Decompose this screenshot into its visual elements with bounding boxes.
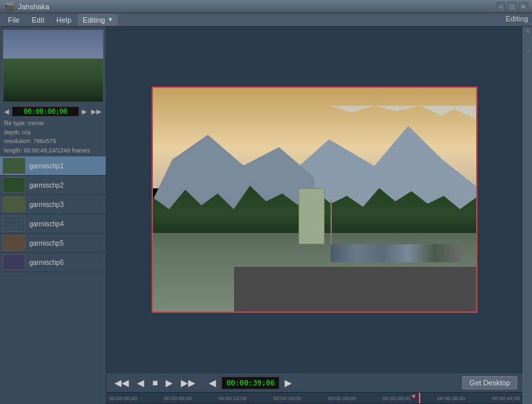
clip-item-3[interactable]: garmischp4 [0, 214, 106, 234]
center-area: ◀◀ ◀ ■ ▶ ▶▶ ◀ 00:00:39;06 ▶ Get Desktop … [106, 27, 523, 404]
video-controls: ◀◀ ◀ ■ ▶ ▶▶ ◀ 00:00:39;06 ▶ Get Desktop [106, 373, 523, 392]
clip-item-4[interactable]: garmischp5 [0, 234, 106, 253]
top-editing-label: Editing [505, 15, 528, 23]
prev-frame-button[interactable]: ◀ [3, 107, 11, 116]
clip-name-5: garmischp6 [29, 259, 64, 266]
video-next-frame-btn[interactable]: ▶ [282, 376, 295, 389]
video-prev-btn[interactable]: ◀◀ [112, 376, 132, 389]
titlebar: 🎬 Jahshaka − □ × [0, 0, 532, 13]
file-resolution: resolution: 786x576 [4, 137, 102, 146]
transport-bar: ◀ 00:00:00;00 ▶ ▶▶ [0, 105, 106, 118]
right-panel: ≡ ○ [523, 27, 532, 404]
clip-thumb-0 [3, 158, 25, 174]
ruler-mark-4: 00:00:20;00 [328, 395, 356, 401]
clip-item-5[interactable]: garmischp6 [0, 253, 106, 272]
clip-list: garmischp1garmischp2garmischp3garmischp4… [0, 156, 106, 404]
menu-editing-label: Editing [82, 16, 105, 24]
titlebar-title: Jahshaka [18, 3, 494, 11]
ruler-mark-1: 00:00:08;00 [164, 395, 192, 401]
minimize-button[interactable]: − [496, 2, 505, 11]
preview-thumbnail [3, 29, 104, 102]
right-panel-icon-2: ○ [524, 47, 531, 54]
menu-editing-arrow: ▼ [108, 17, 113, 23]
clip-thumb-4 [3, 235, 25, 251]
close-button[interactable]: × [519, 2, 528, 11]
ruler-mark-3: 00:00:16;00 [273, 395, 301, 401]
clip-name-2: garmischp3 [29, 201, 64, 208]
video-step-back-btn[interactable]: ◀ [134, 376, 147, 389]
clip-name-4: garmischp5 [29, 240, 64, 247]
menu-file[interactable]: File [3, 15, 25, 25]
maximize-button[interactable]: □ [507, 2, 517, 11]
clip-thumb-3 [3, 216, 25, 232]
clip-item-2[interactable]: garmischp3 [0, 195, 106, 214]
menu-help[interactable]: Help [51, 15, 77, 25]
clip-thumb-1 [3, 177, 25, 193]
scene-cars [331, 244, 460, 262]
left-panel: ◀ 00:00:00;00 ▶ ▶▶ file type: movie dept… [0, 27, 106, 404]
menu-editing-dropdown[interactable]: Editing ▼ [78, 14, 118, 26]
clip-name-0: garmischp1 [29, 162, 64, 170]
video-prev-frame-btn[interactable]: ◀ [206, 376, 219, 389]
next-button[interactable]: ▶▶ [90, 107, 103, 116]
video-play-btn[interactable]: ▶ [163, 376, 176, 389]
ruler-mark-5: 00:00:28;00 [382, 395, 410, 401]
main-layout: ◀ 00:00:00;00 ▶ ▶▶ file type: movie dept… [0, 27, 532, 404]
thumb-landscape [3, 59, 103, 102]
file-length: length: 00:00:49;24/1249 frames [4, 146, 102, 156]
ruler-mark-6: 00:00:36;00 [437, 395, 465, 401]
video-fast-fwd-btn[interactable]: ▶▶ [178, 376, 198, 389]
menu-edit[interactable]: Edit [27, 15, 50, 25]
menubar: File Edit Help Editing ▼ Editing [0, 13, 532, 27]
scene-road-asphalt [234, 267, 477, 311]
video-frame [152, 87, 477, 313]
ruler-mark-7: 00:00:44;00 [492, 395, 520, 401]
ruler-mark-2: 00:00:12;00 [218, 395, 246, 401]
timeline-ruler: 00:00:00;0000:00:08;0000:00:12;0000:00:1… [106, 392, 523, 404]
clip-name-3: garmischp4 [29, 220, 64, 228]
ruler-mark-0: 00:00:00;00 [109, 395, 137, 401]
clip-item-0[interactable]: garmischp1 [0, 156, 106, 176]
video-container [106, 27, 523, 373]
right-panel-icon-1: ≡ [524, 29, 531, 33]
file-info: file type: movie depth: n/a resolution: … [0, 118, 106, 156]
ruler-marks: 00:00:00;0000:00:08;0000:00:12;0000:00:1… [109, 395, 520, 401]
app-icon: 🎬 [4, 2, 14, 11]
clip-name-1: garmischp2 [29, 182, 64, 189]
video-timecode: 00:00:39;06 [221, 377, 279, 389]
playhead-line [419, 393, 420, 403]
scene-building [299, 188, 325, 244]
get-desktop-button[interactable]: Get Desktop [462, 376, 517, 389]
playhead-arrow: ▼ [410, 393, 417, 400]
transport-timecode: 00:00:00;00 [12, 106, 79, 116]
clip-thumb-5 [3, 254, 25, 270]
file-type: file type: movie [4, 119, 102, 128]
file-depth: depth: n/a [4, 128, 102, 138]
play-button[interactable]: ▶ [80, 107, 88, 116]
clip-thumb-2 [3, 196, 25, 212]
video-stop-btn[interactable]: ■ [150, 376, 160, 389]
clip-item-1[interactable]: garmischp2 [0, 176, 106, 195]
